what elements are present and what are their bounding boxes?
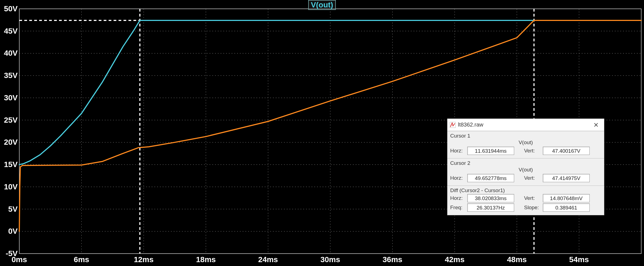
y-tick-label: 35V [1, 71, 18, 80]
cursor1-horz-value[interactable]: 11.631944ms [467, 147, 514, 155]
x-tick-label: 0ms [8, 255, 30, 264]
ltspice-icon [450, 122, 456, 128]
cursor2-section: Cursor 2 V(out) Horz: 49.652778ms Vert: … [447, 158, 604, 186]
cursor2-label: Cursor 2 [450, 160, 601, 166]
cursor1-label: Cursor 1 [450, 133, 601, 139]
x-tick-label: 18ms [195, 255, 217, 264]
cursor2-signal: V(out) [450, 167, 601, 173]
y-tick-label: 20V [1, 138, 18, 147]
diff-vert-value: 14.807648mV [543, 194, 590, 202]
cursor1-vert-value[interactable]: 47.400167V [543, 147, 590, 155]
x-tick-label: 24ms [257, 255, 279, 264]
cursor1-vert-label: Vert: [524, 148, 541, 154]
x-tick-label: 36ms [382, 255, 404, 264]
y-tick-label: 30V [1, 93, 18, 102]
x-tick-label: 42ms [444, 255, 466, 264]
y-tick-label: 0V [1, 227, 18, 236]
cursor-panel[interactable]: lt8362.raw Cursor 1 V(out) Horz: 11.6319… [447, 119, 604, 215]
signal-title-wrap: V(out) [0, 0, 644, 10]
diff-slope-label: Slope: [524, 205, 541, 211]
signal-label[interactable]: V(out) [308, 0, 336, 10]
x-tick-label: 12ms [133, 255, 155, 264]
cursor2-vert-value[interactable]: 47.414975V [543, 174, 590, 182]
cursor1-signal: V(out) [450, 139, 601, 146]
x-tick-label: 48ms [506, 255, 528, 264]
diff-horz-label: Horz: [450, 195, 465, 201]
y-tick-label: 10V [1, 182, 18, 191]
y-tick-label: 15V [1, 160, 18, 169]
diff-freq-label: Freq: [450, 205, 465, 211]
diff-horz-value: 38.020833ms [467, 194, 514, 202]
x-tick-label: 6ms [71, 255, 93, 264]
cursor1-section: Cursor 1 V(out) Horz: 11.631944ms Vert: … [447, 131, 604, 158]
diff-slope-value: 0.389461 [543, 203, 590, 212]
x-tick-label: 30ms [319, 255, 341, 264]
close-icon[interactable] [590, 120, 602, 130]
y-tick-label: 5V [1, 205, 18, 214]
cursor-panel-filename: lt8362.raw [458, 122, 590, 128]
y-tick-label: 45V [1, 27, 18, 36]
cursor-panel-titlebar[interactable]: lt8362.raw [447, 119, 604, 131]
y-tick-label: 25V [1, 116, 18, 125]
diff-vert-label: Vert: [524, 195, 541, 201]
cursor2-vert-label: Vert: [524, 175, 541, 181]
diff-freq-value: 26.30137Hz [467, 203, 514, 212]
y-tick-label: 50V [1, 4, 18, 13]
cursor2-horz-value[interactable]: 49.652778ms [467, 174, 514, 182]
cursor1-horz-label: Horz: [450, 148, 465, 154]
cursor2-horz-label: Horz: [450, 175, 465, 181]
cursor-diff-section: Diff (Cursor2 - Cursor1) Horz: 38.020833… [447, 186, 604, 215]
cursor-diff-label: Diff (Cursor2 - Cursor1) [450, 187, 601, 194]
y-tick-label: 40V [1, 49, 18, 58]
x-tick-label: 54ms [568, 255, 590, 264]
